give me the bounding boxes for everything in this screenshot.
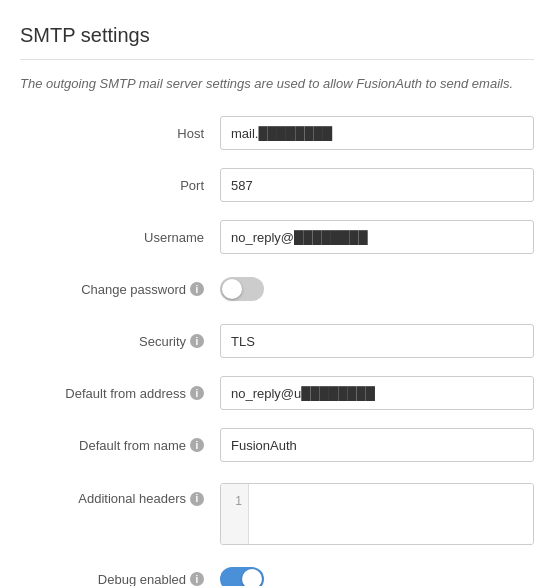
default-from-address-info-icon[interactable]: i — [190, 386, 204, 400]
debug-enabled-info-icon[interactable]: i — [190, 572, 204, 586]
debug-enabled-row: Debug enabled i — [20, 561, 534, 586]
default-from-address-row: Default from address i — [20, 375, 534, 411]
host-input[interactable] — [220, 116, 534, 150]
additional-headers-info-icon[interactable]: i — [190, 492, 204, 506]
additional-headers-label: Additional headers i — [20, 483, 220, 506]
page-description: The outgoing SMTP mail server settings a… — [20, 76, 534, 91]
line-numbers: 1 — [221, 484, 249, 544]
additional-headers-textarea[interactable] — [249, 484, 533, 544]
additional-headers-row: Additional headers i 1 — [20, 479, 534, 545]
additional-headers-wrapper: 1 — [220, 483, 534, 545]
port-input[interactable] — [220, 168, 534, 202]
default-from-address-input[interactable] — [220, 376, 534, 410]
default-from-name-input[interactable] — [220, 428, 534, 462]
port-label: Port — [20, 178, 220, 193]
security-label: Security i — [20, 334, 220, 349]
username-row: Username — [20, 219, 534, 255]
host-label: Host — [20, 126, 220, 141]
change-password-info-icon[interactable]: i — [190, 282, 204, 296]
change-password-label: Change password i — [20, 282, 220, 297]
debug-enabled-label: Debug enabled i — [20, 572, 220, 587]
page-title: SMTP settings — [20, 24, 534, 60]
security-info-icon[interactable]: i — [190, 334, 204, 348]
default-from-address-label: Default from address i — [20, 386, 220, 401]
security-input[interactable] — [220, 324, 534, 358]
host-row: Host — [20, 115, 534, 151]
debug-enabled-toggle-thumb — [242, 569, 262, 586]
smtp-settings-page: SMTP settings The outgoing SMTP mail ser… — [0, 0, 554, 586]
change-password-toggle-thumb — [222, 279, 242, 299]
username-label: Username — [20, 230, 220, 245]
default-from-name-info-icon[interactable]: i — [190, 438, 204, 452]
default-from-name-row: Default from name i — [20, 427, 534, 463]
debug-enabled-toggle[interactable] — [220, 567, 264, 586]
security-row: Security i — [20, 323, 534, 359]
port-row: Port — [20, 167, 534, 203]
change-password-row: Change password i — [20, 271, 534, 307]
change-password-toggle[interactable] — [220, 277, 264, 301]
default-from-name-label: Default from name i — [20, 438, 220, 453]
username-input[interactable] — [220, 220, 534, 254]
